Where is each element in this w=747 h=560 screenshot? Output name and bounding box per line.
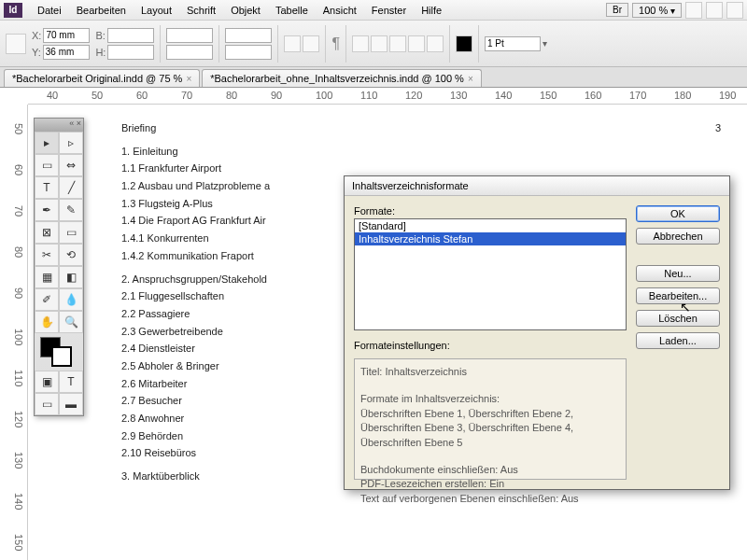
fill-swatch-icon[interactable] bbox=[456, 35, 472, 52]
cursor-icon: ↖ bbox=[680, 300, 691, 315]
new-button[interactable]: Neu... bbox=[636, 265, 720, 282]
wrap-icon-4[interactable] bbox=[408, 35, 425, 52]
scale-y-input[interactable] bbox=[166, 45, 213, 60]
menu-view[interactable]: Ansicht bbox=[316, 5, 364, 16]
menu-table[interactable]: Tabelle bbox=[268, 5, 316, 16]
hand-tool[interactable]: ✋ bbox=[35, 311, 59, 333]
rect-frame-tool[interactable]: ⊠ bbox=[35, 221, 59, 244]
app-logo: Id bbox=[4, 3, 22, 18]
gradient-feather-tool[interactable]: ◧ bbox=[59, 266, 83, 288]
eyedropper-tool[interactable]: 💧 bbox=[59, 288, 83, 311]
y-label: Y: bbox=[32, 47, 41, 58]
arrange-icon[interactable] bbox=[726, 2, 743, 19]
transform-tool[interactable]: ⟲ bbox=[59, 244, 83, 266]
tab-1[interactable]: *Bachelorarbeit Original.indd @ 75 %× bbox=[4, 69, 200, 87]
menu-edit[interactable]: Bearbeiten bbox=[69, 5, 134, 16]
flip-h-icon[interactable] bbox=[284, 35, 301, 52]
menu-layout[interactable]: Layout bbox=[134, 5, 179, 16]
w-input[interactable] bbox=[107, 28, 154, 43]
pen-tool[interactable]: ✒ bbox=[35, 199, 59, 221]
settings-opts: Buchdokumente einschließen: Aus PDF-Lese… bbox=[360, 463, 620, 506]
bridge-button[interactable]: Br bbox=[606, 3, 628, 17]
tools-panel: « × ▸ ▹ ▭ ⇔ T ╱ ✒ ✎ ⊠ ▭ ✂ ⟲ ▦ ◧ ✐ 💧 ✋ 🔍 … bbox=[34, 118, 84, 416]
direct-selection-tool[interactable]: ▹ bbox=[59, 132, 83, 154]
screen-mode-icon[interactable] bbox=[706, 2, 723, 19]
settings-title: Titel: Inhaltsverzeichnis bbox=[360, 365, 620, 379]
formats-listbox[interactable]: [Standard] Inhaltsverzeichnis Stefan bbox=[354, 218, 627, 330]
wrap-icon-1[interactable] bbox=[352, 35, 369, 52]
flip-v-icon[interactable] bbox=[303, 35, 319, 52]
type-tool[interactable]: T bbox=[35, 176, 59, 199]
settings-preview: Titel: Inhaltsverzeichnis Formate im Inh… bbox=[354, 358, 627, 480]
toc-entry: 1. Einleitung bbox=[121, 143, 728, 161]
settings-formats: Formate im Inhaltsverzeichnis: Überschri… bbox=[360, 392, 620, 450]
x-input[interactable] bbox=[43, 28, 90, 43]
delete-button[interactable]: Löschen bbox=[636, 310, 720, 327]
tab-2[interactable]: *Bachelorarbeit_ohne_Inhaltsverzeichnis.… bbox=[202, 69, 482, 87]
dialog-title: Inhaltsverzeichnisformate bbox=[345, 176, 729, 196]
close-icon[interactable]: × bbox=[468, 74, 473, 84]
stroke-input[interactable] bbox=[485, 36, 541, 51]
edit-button[interactable]: Bearbeiten... bbox=[636, 287, 720, 304]
ruler-horizontal: 4050607080901001101201301401501601701801… bbox=[28, 88, 747, 105]
ruler-vertical: 5060708090100110120130140150 bbox=[11, 105, 28, 560]
menu-file[interactable]: Datei bbox=[30, 5, 69, 16]
rect-tool[interactable]: ▭ bbox=[59, 221, 83, 244]
scissors-tool[interactable]: ✂ bbox=[35, 244, 59, 266]
paragraph-icon[interactable]: ¶ bbox=[331, 35, 340, 52]
w-label: B: bbox=[95, 30, 105, 41]
menu-window[interactable]: Fenster bbox=[364, 5, 414, 16]
reference-point-icon[interactable] bbox=[6, 34, 26, 54]
toc-entry: Briefing3 bbox=[121, 119, 728, 137]
view-mode-icon[interactable] bbox=[685, 2, 702, 19]
h-input[interactable] bbox=[107, 45, 154, 60]
zoom-dropdown[interactable]: 100 % ▾ bbox=[632, 3, 682, 18]
scale-x-input[interactable] bbox=[166, 28, 213, 43]
list-item[interactable]: Inhaltsverzeichnis Stefan bbox=[355, 232, 626, 245]
menu-type[interactable]: Schrift bbox=[179, 5, 223, 16]
pencil-tool[interactable]: ✎ bbox=[59, 199, 83, 221]
note-tool[interactable]: ✐ bbox=[35, 288, 59, 311]
selection-tool[interactable]: ▸ bbox=[35, 132, 59, 154]
color-swatch[interactable] bbox=[35, 333, 83, 371]
format-text-icon[interactable]: T bbox=[59, 371, 83, 393]
settings-label: Formateinstellungen: bbox=[354, 340, 627, 351]
zoom-tool[interactable]: 🔍 bbox=[59, 311, 83, 333]
line-tool[interactable]: ╱ bbox=[59, 176, 83, 199]
load-button[interactable]: Laden... bbox=[636, 332, 720, 349]
menu-bar: Id Datei Bearbeiten Layout Schrift Objek… bbox=[0, 0, 747, 21]
menu-object[interactable]: Objekt bbox=[223, 5, 268, 16]
h-label: H: bbox=[95, 47, 106, 58]
formate-label: Formate: bbox=[354, 205, 627, 217]
rotate-input[interactable] bbox=[225, 28, 272, 43]
cancel-button[interactable]: Abbrechen bbox=[636, 228, 720, 245]
x-label: X: bbox=[32, 30, 41, 41]
close-icon[interactable]: × bbox=[186, 74, 191, 84]
wrap-icon-5[interactable] bbox=[427, 35, 444, 52]
normal-view-icon[interactable]: ▭ bbox=[35, 393, 59, 415]
menu-help[interactable]: Hilfe bbox=[414, 5, 449, 16]
preview-view-icon[interactable]: ▬ bbox=[59, 393, 83, 415]
wrap-icon-2[interactable] bbox=[371, 35, 388, 52]
gap-tool[interactable]: ⇔ bbox=[59, 154, 83, 176]
control-toolbar: X: Y: B: H: ¶ ▾ bbox=[0, 21, 747, 67]
shear-input[interactable] bbox=[225, 45, 272, 60]
gradient-tool[interactable]: ▦ bbox=[35, 266, 59, 288]
wrap-icon-3[interactable] bbox=[389, 35, 406, 52]
list-item[interactable]: [Standard] bbox=[355, 219, 626, 232]
stroke-color[interactable] bbox=[51, 346, 72, 367]
panel-header[interactable]: « × bbox=[35, 119, 83, 132]
document-tabs: *Bachelorarbeit Original.indd @ 75 %× *B… bbox=[0, 67, 747, 88]
y-input[interactable] bbox=[43, 45, 90, 60]
page-tool[interactable]: ▭ bbox=[35, 154, 59, 176]
format-container-icon[interactable]: ▣ bbox=[35, 371, 59, 393]
ok-button[interactable]: OK bbox=[636, 205, 720, 222]
toc-styles-dialog: Inhaltsverzeichnisformate Formate: [Stan… bbox=[344, 175, 730, 490]
